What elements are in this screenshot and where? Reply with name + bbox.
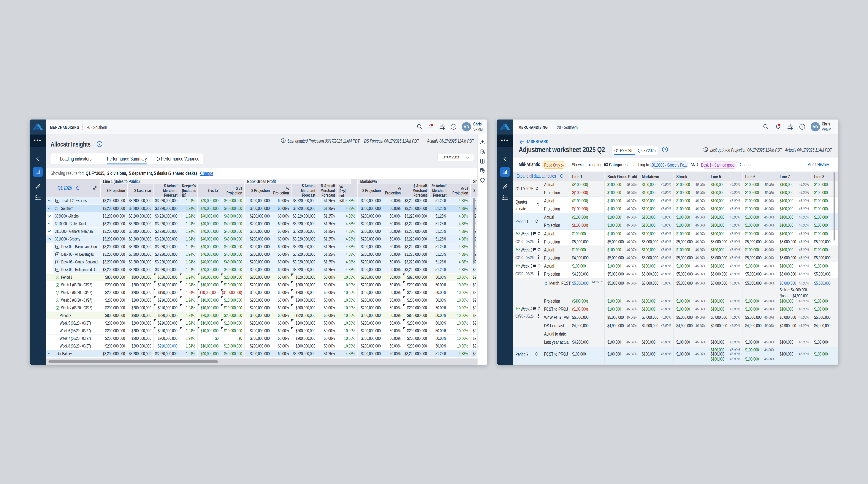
svg-text:?: ? bbox=[664, 148, 666, 151]
svg-text:?: ? bbox=[801, 125, 803, 129]
svg-text:?: ? bbox=[98, 142, 101, 146]
svg-text:?: ? bbox=[562, 164, 563, 167]
svg-text:?: ? bbox=[453, 125, 455, 129]
